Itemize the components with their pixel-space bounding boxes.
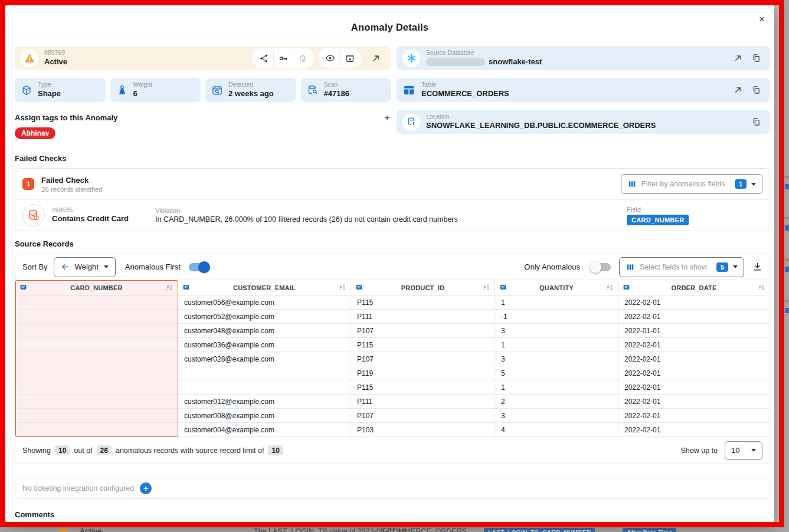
column-header-product-id[interactable]: PRODUCT_ID [351, 280, 495, 295]
column-label: PRODUCT_ID [363, 284, 483, 291]
column-header-customer-email[interactable]: CUSTOMER_EMAIL [178, 280, 351, 295]
only-anomalous-toggle[interactable] [591, 263, 611, 271]
sort-by-label: Sort By [22, 262, 48, 271]
cell-customer-email: customer008@example.com [178, 409, 351, 422]
chip-value: 6 [133, 89, 153, 99]
cell-card-number [15, 310, 178, 323]
comment-flag-icon [19, 284, 27, 291]
key-button[interactable] [273, 50, 293, 67]
datastore-value: snowflake-test [489, 57, 542, 67]
failed-check-subtitle: 26 records identified [41, 186, 103, 193]
failed-check-row[interactable]: #98535 Contains Credit Card Violation In… [15, 200, 770, 231]
sort-icon [606, 284, 614, 291]
failed-check-count-badge: 1 [22, 178, 34, 190]
open-datastore-button[interactable] [734, 54, 742, 63]
cell-order-date: 2022-02-01 [618, 409, 770, 422]
add-tag-button[interactable]: + [384, 113, 391, 123]
cell-customer-email [178, 366, 351, 380]
column-header-quantity[interactable]: QUANTITY [495, 280, 618, 295]
cell-order-date: 2022-02-01 [618, 380, 770, 394]
cell-product-id: P115 [351, 380, 495, 394]
anomalous-first-toggle[interactable] [189, 263, 209, 271]
page-size-select[interactable]: 10 [725, 441, 762, 460]
cell-order-date: 2022-02-01 [618, 310, 770, 323]
background-field-badge: LAST_LOGIN_TS [484, 528, 543, 532]
copy-location-button[interactable] [752, 117, 761, 126]
cell-quantity: 3 [495, 352, 618, 366]
share-button[interactable] [254, 50, 273, 67]
cell-quantity: 3 [495, 324, 618, 337]
columns-icon [627, 179, 637, 189]
cell-product-id: P111 [351, 395, 495, 408]
comment-flag-icon [499, 284, 507, 291]
column-label: CUSTOMER_EMAIL [190, 284, 339, 291]
table-row: P119 5 2022-02-01 [15, 366, 770, 380]
cell-customer-email: customer004@example.com [178, 423, 351, 436]
table-row: customer036@example.com P115 1 2022-02-0… [15, 338, 770, 352]
action-group [319, 48, 361, 68]
table-row: customer056@example.com P115 1 2022-02-0… [15, 295, 770, 310]
cell-product-id: P115 [351, 338, 495, 352]
sort-dropdown[interactable]: Weight [54, 257, 116, 277]
chip-label: Weight [133, 81, 153, 89]
check-name: Contains Credit Card [52, 214, 146, 224]
select-fields-count-badge: 5 [716, 262, 728, 272]
key-icon [279, 54, 288, 63]
select-fields-dropdown[interactable]: Select fields to show 5 [619, 257, 744, 277]
background-right-fragment [785, 217, 789, 219]
cell-customer-email: customer028@example.com [178, 352, 351, 366]
chip-value: #47186 [324, 89, 349, 99]
ticketing-text: No ticketing integration configured [22, 484, 134, 492]
sort-icon [339, 284, 346, 291]
sort-icon [483, 284, 490, 291]
copy-datastore-button[interactable] [752, 54, 761, 63]
anomaly-status: Active [44, 57, 67, 67]
external-link-icon [734, 86, 742, 94]
column-header-card-number[interactable]: CARD_NUMBER [15, 280, 178, 295]
chip-value: Shape [38, 89, 61, 99]
total-count-badge: 26 [97, 445, 112, 455]
type-chip: Type Shape [15, 78, 106, 102]
view-button[interactable] [320, 50, 340, 67]
filter-anomalous-fields-dropdown[interactable]: Filter by anomalous fields 1 [621, 174, 762, 194]
redacted-text [426, 58, 485, 66]
columns-icon [626, 262, 635, 272]
column-header-order-date[interactable]: ORDER_DATE [618, 280, 770, 295]
failed-check-title: Failed Check [41, 176, 103, 185]
arrow-left-icon [61, 262, 70, 271]
download-button[interactable] [752, 262, 762, 272]
violation-text: In CARD_NUMBER, 26.000% of 100 filtered … [155, 215, 627, 224]
snowflake-icon [402, 50, 420, 67]
cell-quantity: 1 [495, 338, 618, 352]
background-table-name: ECOMMERCE_ORDERS [382, 527, 467, 532]
column-label: CARD_NUMBER [27, 284, 166, 291]
open-table-button[interactable] [734, 86, 742, 94]
location-value: SNOWFLAKE_LEARNING_DB.PUBLIC.ECOMMERCE_O… [426, 121, 656, 131]
cell-order-date: 2022-02-01 [618, 423, 770, 436]
cell-quantity: -1 [495, 310, 618, 323]
check-clock-icon [22, 204, 45, 226]
background-right-fragment [785, 176, 789, 178]
table-label: Table [421, 81, 509, 89]
sort-icon [166, 284, 173, 291]
cell-product-id: P107 [351, 409, 495, 422]
sort-value: Weight [75, 262, 99, 271]
tag-chip[interactable]: Abhinav [15, 127, 55, 139]
copy-table-button[interactable] [752, 86, 761, 94]
cell-card-number [15, 324, 178, 337]
eye-icon [325, 53, 335, 63]
cell-product-id: P107 [351, 324, 495, 337]
table-row: customer028@example.com P107 3 2022-02-0… [15, 352, 770, 366]
comment-flag-icon [623, 284, 630, 291]
weight-chip: Weight 6 [110, 78, 201, 102]
background-field-badge: CARD_NUMBER [538, 528, 595, 532]
download-icon [752, 262, 762, 272]
fingerprint-button[interactable] [293, 50, 312, 67]
field-value-badge: CARD_NUMBER [627, 215, 689, 225]
archive-button[interactable] [340, 50, 359, 67]
add-ticket-button[interactable]: + [140, 482, 152, 494]
cell-order-date: 2022-02-01 [618, 338, 770, 352]
close-button[interactable]: × [759, 14, 765, 24]
warning-icon [21, 50, 38, 67]
open-anomaly-button[interactable] [366, 50, 385, 67]
